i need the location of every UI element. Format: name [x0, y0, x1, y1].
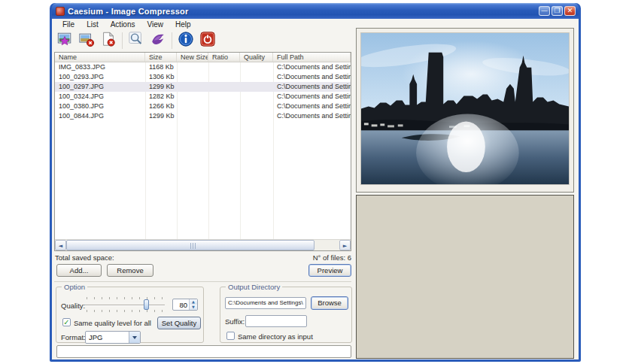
- add-images-icon: [56, 31, 73, 50]
- preview-button[interactable]: Preview: [308, 264, 351, 277]
- menu-item-actions[interactable]: Actions: [105, 20, 141, 30]
- cell-name: 100_0380.JPG: [55, 102, 145, 111]
- clear-list-icon: [100, 31, 117, 50]
- suffix-field[interactable]: [245, 315, 307, 327]
- preview-image: [360, 32, 570, 185]
- quality-slider-track[interactable]: [85, 305, 165, 306]
- minimize-button[interactable]: —: [539, 6, 550, 16]
- clear-list-button[interactable]: [99, 31, 118, 50]
- cell-new_size: [177, 82, 208, 92]
- app-icon: [56, 7, 65, 16]
- slider-ticks-bottom: [87, 310, 163, 312]
- cell-quality: [240, 111, 273, 121]
- chevron-down-icon[interactable]: [129, 332, 140, 343]
- column-header-ratio[interactable]: Ratio: [208, 53, 240, 62]
- cell-ratio: [208, 92, 240, 102]
- output-directory-group: Output Directory C:\Documents and Settin…: [220, 287, 352, 343]
- add-images-button[interactable]: [55, 31, 74, 50]
- cell-quality: [240, 92, 273, 102]
- spin-up-icon[interactable]: ▲: [190, 299, 197, 305]
- preview-button-toolbar[interactable]: [126, 31, 146, 50]
- cell-size: 1306 Kb: [145, 72, 177, 82]
- same-quality-checkbox[interactable]: ✓: [62, 318, 71, 326]
- table-row[interactable]: 100_0324.JPG1282 KbC:\Documents and Sett…: [55, 92, 351, 102]
- suffix-label: Suffix:: [225, 317, 245, 326]
- cell-new_size: [177, 72, 208, 82]
- table-header[interactable]: NameSizeNew SizeRatioQualityFull Path: [55, 53, 351, 62]
- magnifier-icon: [128, 31, 144, 50]
- same-quality-label: Same quality level for all: [74, 319, 151, 327]
- cell-full_path: C:\Documents and Settings: [273, 111, 351, 121]
- scroll-right-arrow[interactable]: ►: [339, 240, 351, 250]
- progress-bar: [56, 345, 351, 358]
- remove-images-button[interactable]: [77, 31, 96, 50]
- same-directory-label: Same directory as input: [238, 332, 313, 341]
- exit-button[interactable]: [198, 31, 217, 50]
- menu-item-help[interactable]: Help: [169, 20, 197, 30]
- output-path-field[interactable]: C:\Documents and Settings\: [225, 297, 306, 309]
- scrollbar-track[interactable]: [66, 240, 339, 250]
- column-header-size[interactable]: Size: [145, 53, 177, 62]
- total-saved-label: Total saved space:: [55, 253, 114, 262]
- cell-new_size: [177, 102, 208, 111]
- cell-full_path: C:\Documents and Settings: [273, 102, 351, 111]
- cell-ratio: [208, 72, 240, 82]
- caesium-bird-icon: [150, 31, 166, 50]
- table-row[interactable]: 100_0844.JPG1299 KbC:\Documents and Sett…: [55, 111, 351, 121]
- quality-spinbox[interactable]: 80 ▲ ▼: [172, 299, 198, 311]
- table-row[interactable]: 100_0297.JPG1299 KbC:\Documents and Sett…: [55, 82, 351, 92]
- column-header-full-path[interactable]: Full Path: [273, 53, 351, 62]
- info-button[interactable]: [176, 31, 196, 50]
- spin-down-icon[interactable]: ▼: [190, 305, 197, 310]
- info-icon: [178, 31, 194, 50]
- maximize-button[interactable]: ❐: [552, 6, 563, 16]
- cell-name: 100_0844.JPG: [55, 111, 145, 121]
- cell-quality: [240, 62, 273, 72]
- table-row[interactable]: 100_0293.JPG1306 KbC:\Documents and Sett…: [55, 72, 351, 82]
- file-table: NameSizeNew SizeRatioQualityFull Path IM…: [54, 52, 351, 251]
- column-header-name[interactable]: Name: [55, 53, 145, 62]
- column-header-new-size[interactable]: New Size: [177, 53, 208, 62]
- divider: [54, 281, 351, 282]
- scroll-left-arrow[interactable]: ◄: [55, 240, 66, 250]
- close-button[interactable]: ✕: [564, 6, 576, 16]
- cell-name: 100_0293.JPG: [55, 72, 145, 82]
- cell-new_size: [177, 62, 208, 72]
- cell-full_path: C:\Documents and Settings: [273, 62, 351, 72]
- cell-ratio: [208, 62, 240, 72]
- format-label: Format:: [61, 333, 86, 341]
- table-body: IMG_0833.JPG1168 KbC:\Documents and Sett…: [55, 62, 351, 239]
- title-bar[interactable]: Caesium - Image Compressor — ❐ ✕: [52, 3, 579, 19]
- menu-item-view[interactable]: View: [141, 20, 169, 30]
- add-button[interactable]: Add...: [56, 264, 102, 277]
- cell-quality: [240, 72, 273, 82]
- scrollbar-thumb[interactable]: [66, 240, 314, 250]
- browse-button[interactable]: Browse: [311, 296, 348, 310]
- cell-full_path: C:\Documents and Settings: [273, 92, 351, 102]
- image-preview-panel: [356, 28, 574, 193]
- horizontal-scrollbar[interactable]: ◄ ►: [55, 239, 351, 250]
- cell-name: 100_0324.JPG: [55, 92, 145, 102]
- same-directory-checkbox[interactable]: [226, 332, 235, 340]
- cell-name: IMG_0833.JPG: [55, 62, 145, 72]
- menu-item-list[interactable]: List: [81, 20, 105, 30]
- compress-button[interactable]: [148, 31, 168, 50]
- cell-size: 1168 Kb: [145, 62, 177, 72]
- menu-item-file[interactable]: File: [56, 20, 81, 30]
- option-group: Option Quality: 80 ▲ ▼ ✓ Same quality le…: [56, 287, 204, 343]
- column-header-quality[interactable]: Quality: [240, 53, 273, 62]
- table-row[interactable]: 100_0380.JPG1266 KbC:\Documents and Sett…: [55, 102, 351, 111]
- quality-label: Quality:: [61, 302, 85, 310]
- set-quality-button[interactable]: Set Quality: [157, 317, 201, 329]
- table-row[interactable]: IMG_0833.JPG1168 KbC:\Documents and Sett…: [55, 62, 351, 72]
- cell-quality: [240, 102, 273, 111]
- quality-slider-handle[interactable]: [144, 299, 149, 310]
- toolbar: [53, 30, 217, 51]
- remove-button[interactable]: Remove: [107, 264, 153, 277]
- cell-full_path: C:\Documents and Settings: [273, 82, 351, 92]
- app-window: Caesium - Image Compressor — ❐ ✕ FileLis…: [50, 3, 581, 362]
- format-combobox[interactable]: JPG: [85, 331, 141, 344]
- cell-size: 1266 Kb: [145, 102, 177, 111]
- compressed-preview-panel: [356, 195, 574, 359]
- toolbar-separator: [172, 32, 172, 49]
